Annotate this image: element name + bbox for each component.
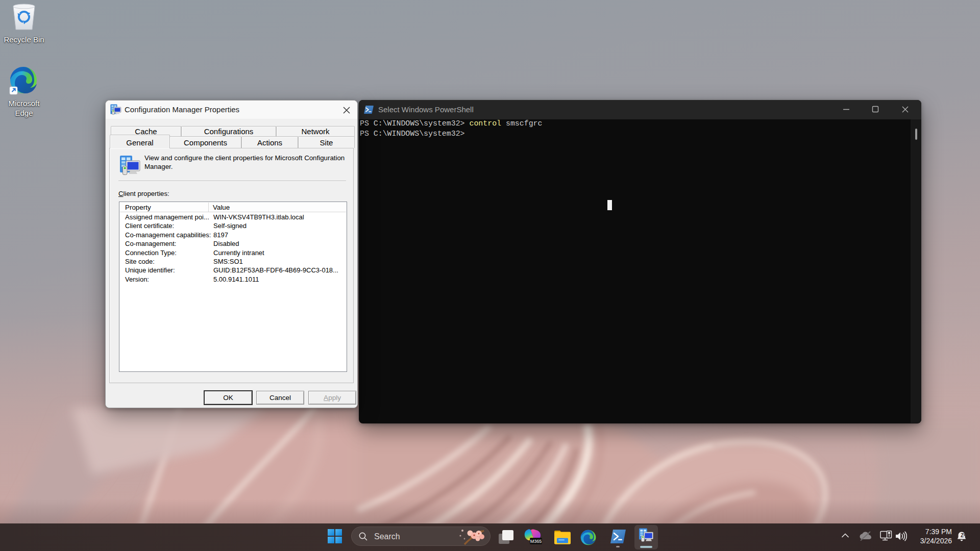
svg-text:Z: Z <box>961 533 964 538</box>
svg-text:M365: M365 <box>530 539 542 544</box>
